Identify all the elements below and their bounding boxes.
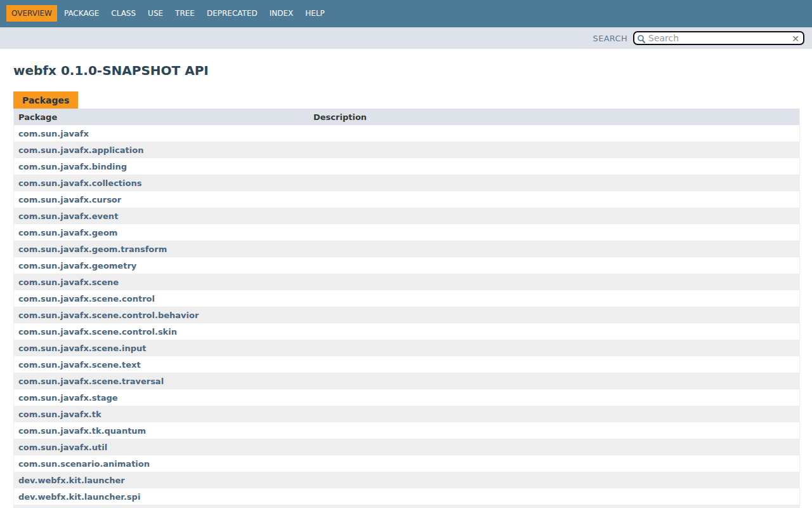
package-cell: com.sun.javafx.geometry: [14, 257, 309, 274]
package-link[interactable]: com.sun.javafx.scene.control.behavior: [18, 311, 199, 320]
nav-item-tree[interactable]: TREE: [170, 5, 200, 22]
package-link[interactable]: com.sun.javafx.stage: [18, 393, 118, 403]
table-row: dev.webfx.kit.launcher.spi: [14, 488, 799, 505]
package-link[interactable]: com.sun.javafx.scene: [18, 277, 119, 287]
package-cell: com.sun.javafx.tk: [14, 406, 309, 422]
packages-tab: Packages: [13, 91, 78, 109]
package-cell: com.sun.javafx.event: [14, 208, 309, 224]
package-cell: com.sun.javafx.geom: [14, 224, 309, 241]
search-input[interactable]: [648, 33, 787, 43]
nav-item-index[interactable]: INDEX: [265, 5, 299, 22]
description-cell: [309, 323, 799, 340]
description-cell: [309, 505, 799, 508]
table-row: com.sun.javafx.tk: [14, 406, 799, 422]
description-cell: [309, 290, 799, 307]
package-cell: dev.webfx.kit.launcher.spi: [14, 488, 309, 505]
magnifier-icon: [637, 34, 646, 46]
search-label: SEARCH: [593, 34, 627, 43]
nav-item-class[interactable]: CLASS: [106, 5, 141, 22]
nav-item-deprecated[interactable]: DEPRECATED: [202, 5, 263, 22]
description-cell: [309, 224, 799, 241]
package-link[interactable]: com.sun.javafx.cursor: [18, 195, 121, 204]
table-row: com.sun.javafx.event: [14, 208, 799, 224]
sub-navigation-bar: SEARCH ✕: [0, 27, 812, 49]
description-cell: [309, 241, 799, 257]
main-content: webfx 0.1.0-SNAPSHOT API Packages Packag…: [0, 63, 812, 508]
nav-list: OVERVIEWPACKAGECLASSUSETREEDEPRECATEDIND…: [0, 0, 812, 22]
search-reset-icon[interactable]: ✕: [792, 33, 799, 44]
package-link[interactable]: com.sun.javafx.scene.control: [18, 294, 155, 304]
table-row: dev.webfx.kit.launcher: [14, 472, 799, 488]
nav-item-help[interactable]: HELP: [300, 5, 330, 22]
package-cell: com.sun.javafx.scene.traversal: [14, 373, 309, 389]
description-cell: [309, 406, 799, 422]
package-link[interactable]: com.sun.javafx.geometry: [18, 261, 136, 271]
table-row: com.sun.javafx.scene.input: [14, 340, 799, 356]
package-cell: com.sun.javafx: [14, 125, 309, 142]
description-cell: [309, 257, 799, 274]
package-cell: com.sun.javafx.scene.text: [14, 356, 309, 373]
description-cell: [309, 373, 799, 389]
nav-item-overview[interactable]: OVERVIEW: [6, 5, 57, 22]
package-cell: com.sun.javafx.scene.control.behavior: [14, 307, 309, 323]
package-link[interactable]: com.sun.javafx.geom.transform: [18, 244, 167, 254]
package-cell: com.sun.javafx.cursor: [14, 191, 309, 208]
table-row: com.sun.javafx.geom: [14, 224, 799, 241]
package-link[interactable]: com.sun.javafx.scene.traversal: [18, 377, 164, 386]
table-row: com.sun.javafx.stage: [14, 389, 799, 406]
package-link[interactable]: com.sun.scenario.animation: [18, 459, 150, 469]
table-row: com.sun.javafx.scene.control.behavior: [14, 307, 799, 323]
description-cell: [309, 191, 799, 208]
package-link[interactable]: dev.webfx.kit.launcher: [18, 476, 125, 485]
package-cell: com.sun.javafx.collections: [14, 175, 309, 191]
nav-item-package[interactable]: PACKAGE: [59, 5, 104, 22]
description-cell: [309, 439, 799, 455]
package-link[interactable]: com.sun.javafx: [18, 129, 89, 138]
page-title: webfx 0.1.0-SNAPSHOT API: [13, 63, 800, 78]
table-row-partial: [14, 505, 799, 508]
description-cell: [309, 158, 799, 175]
package-cell: com.sun.javafx.scene: [14, 274, 309, 290]
table-row: com.sun.javafx.geometry: [14, 257, 799, 274]
package-link[interactable]: com.sun.javafx.collections: [18, 178, 141, 188]
package-link[interactable]: com.sun.javafx.scene.input: [18, 344, 147, 353]
nav-item-use[interactable]: USE: [143, 5, 168, 22]
package-cell: com.sun.javafx.stage: [14, 389, 309, 406]
package-link[interactable]: com.sun.javafx.tk: [18, 410, 102, 419]
description-cell: [309, 208, 799, 224]
description-cell: [309, 488, 799, 505]
table-row: com.sun.javafx.geom.transform: [14, 241, 799, 257]
package-link[interactable]: com.sun.javafx.event: [18, 211, 118, 221]
description-cell: [309, 422, 799, 439]
column-header-description: Description: [309, 109, 799, 125]
package-link[interactable]: com.sun.javafx.util: [18, 443, 107, 452]
description-cell: [309, 455, 799, 472]
table-row: com.sun.javafx: [14, 125, 799, 142]
package-link[interactable]: com.sun.javafx.scene.control.skin: [18, 327, 177, 337]
package-link[interactable]: com.sun.javafx.tk.quantum: [18, 426, 146, 436]
package-cell: [14, 505, 309, 508]
description-cell: [309, 356, 799, 373]
description-cell: [309, 472, 799, 488]
package-cell: com.sun.javafx.geom.transform: [14, 241, 309, 257]
table-row: com.sun.javafx.cursor: [14, 191, 799, 208]
package-link[interactable]: dev.webfx.kit.launcher.spi: [18, 492, 140, 502]
description-cell: [309, 142, 799, 158]
table-row: com.sun.javafx.scene.text: [14, 356, 799, 373]
description-cell: [309, 125, 799, 142]
package-link[interactable]: com.sun.javafx.binding: [18, 162, 127, 171]
table-row: com.sun.javafx.binding: [14, 158, 799, 175]
package-link[interactable]: com.sun.javafx.geom: [18, 228, 117, 237]
table-row: com.sun.javafx.tk.quantum: [14, 422, 799, 439]
table-row: com.sun.javafx.scene.control: [14, 290, 799, 307]
package-link[interactable]: com.sun.javafx.scene.text: [18, 360, 141, 370]
package-link[interactable]: com.sun.javafx.application: [18, 145, 143, 155]
table-row: com.sun.scenario.animation: [14, 455, 799, 472]
table-row: com.sun.javafx.util: [14, 439, 799, 455]
top-navigation-bar: OVERVIEWPACKAGECLASSUSETREEDEPRECATEDIND…: [0, 0, 812, 27]
package-cell: dev.webfx.kit.launcher: [14, 472, 309, 488]
column-header-package: Package: [14, 109, 309, 125]
packages-table: Package Description com.sun.javafxcom.su…: [13, 109, 800, 508]
description-cell: [309, 307, 799, 323]
table-row: com.sun.javafx.scene.control.skin: [14, 323, 799, 340]
